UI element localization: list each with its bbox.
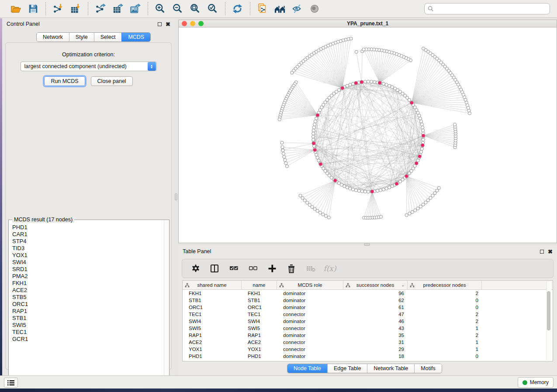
table-cell-predecessor-nodes[interactable]: 2 <box>408 291 482 296</box>
table-cell-successor-nodes[interactable]: 35 <box>343 333 408 338</box>
close-panel-button[interactable]: Close panel <box>91 76 133 86</box>
tab-edge-table[interactable]: Edge Table <box>327 364 367 373</box>
table-row[interactable]: PHD1PHD1dominator180 <box>183 353 553 360</box>
show-all-button[interactable] <box>308 2 322 15</box>
table-cell-name[interactable]: YOX1 <box>242 347 277 352</box>
open-button[interactable] <box>9 2 23 15</box>
export-image-button[interactable] <box>128 2 142 15</box>
table-row[interactable]: RAP1RAP1dominator352 <box>183 332 553 339</box>
table-row[interactable]: FKH1FKH1dominator962 <box>183 290 553 297</box>
table-cell-shared-name[interactable]: SWI4 <box>183 319 242 324</box>
tab-network[interactable]: Network <box>37 33 69 41</box>
table-row[interactable]: SWI4SWI4dominator462 <box>183 318 553 325</box>
table-cell-shared-name[interactable]: ACE2 <box>183 340 242 345</box>
mcds-result-scrollbar[interactable] <box>164 220 169 381</box>
table-cell-name[interactable]: RAP1 <box>242 333 277 338</box>
tab-network-table[interactable]: Network Table <box>367 364 414 373</box>
table-cell-predecessor-nodes[interactable]: 2 <box>408 319 482 324</box>
select-all-button[interactable] <box>228 262 240 275</box>
import-table-button[interactable] <box>69 2 83 15</box>
table-cell-shared-name[interactable]: STB1 <box>183 298 242 303</box>
mcds-result-item[interactable]: STB5 <box>12 294 164 301</box>
tab-node-table[interactable]: Node Table <box>287 364 327 373</box>
mcds-result-item[interactable]: SWI5 <box>12 322 164 329</box>
table-cell-name[interactable]: PHD1 <box>242 354 277 359</box>
table-cell-shared-name[interactable]: SWI5 <box>183 326 242 331</box>
table-cell-successor-nodes[interactable]: 46 <box>343 319 408 324</box>
network-window-titlebar[interactable]: YPA_prune.txt_1 <box>179 20 557 28</box>
search-box[interactable] <box>424 3 550 14</box>
zoom-in-button[interactable] <box>153 2 167 15</box>
table-cell-successor-nodes[interactable]: 31 <box>343 340 408 345</box>
add-row-button[interactable] <box>266 262 278 275</box>
table-cell-successor-nodes[interactable]: 62 <box>343 298 408 303</box>
table-cell-name[interactable]: SWI5 <box>242 326 277 331</box>
tab-style[interactable]: Style <box>69 33 94 41</box>
table-cell-shared-name[interactable]: PHD1 <box>183 354 242 359</box>
table-cell-successor-nodes[interactable]: 29 <box>343 347 408 352</box>
table-cell-predecessor-nodes[interactable]: 2 <box>408 333 482 338</box>
table-cell-shared-name[interactable]: YOX1 <box>183 347 242 352</box>
column-header-shared-name[interactable]: shared name <box>183 281 242 289</box>
network-canvas[interactable] <box>179 28 557 243</box>
network-analyzer-button[interactable] <box>273 2 287 15</box>
run-mcds-button[interactable]: Run MCDS <box>44 76 85 86</box>
new-network-from-selection-button[interactable] <box>256 2 270 15</box>
column-header-successor-nodes[interactable]: successor nodes⌄ <box>343 281 408 289</box>
table-cell-MCDS-role[interactable]: dominator <box>277 319 343 324</box>
table-cell-MCDS-role[interactable]: connector <box>277 347 343 352</box>
table-cell-shared-name[interactable]: ORC1 <box>183 305 242 310</box>
table-cell-name[interactable]: ACE2 <box>242 340 277 345</box>
table-cell-successor-nodes[interactable]: 47 <box>343 312 408 317</box>
mcds-result-item[interactable]: CAR1 <box>12 231 164 238</box>
table-cell-successor-nodes[interactable]: 18 <box>343 354 408 359</box>
table-cell-shared-name[interactable]: TEC1 <box>183 312 242 317</box>
table-cell-MCDS-role[interactable]: dominator <box>277 354 343 359</box>
settings-button[interactable] <box>189 262 201 275</box>
mcds-result-item[interactable]: SRD1 <box>12 266 164 273</box>
mcds-result-list[interactable]: PHD1CAR1STP4TID3YOX1SWI4SRD1PMA2FKH1ACE2… <box>9 221 164 381</box>
table-cell-MCDS-role[interactable]: connector <box>277 326 343 331</box>
delete-row-button[interactable] <box>285 262 298 275</box>
import-network-button[interactable] <box>51 2 65 15</box>
table-cell-predecessor-nodes[interactable]: 2 <box>408 312 482 317</box>
export-table-button[interactable] <box>111 2 125 15</box>
float-panel-icon[interactable] <box>158 22 162 26</box>
table-cell-name[interactable]: ORC1 <box>242 305 277 310</box>
table-cell-MCDS-role[interactable]: dominator <box>277 333 343 338</box>
zoom-selected-button[interactable] <box>206 2 220 15</box>
refresh-button[interactable] <box>231 2 245 15</box>
column-header-MCDS-role[interactable]: MCDS role <box>277 281 343 289</box>
table-cell-name[interactable]: FKH1 <box>242 291 277 296</box>
table-cell-MCDS-role[interactable]: dominator <box>277 298 343 303</box>
mcds-result-item[interactable]: FKH1 <box>12 280 164 287</box>
table-cell-predecessor-nodes[interactable]: 0 <box>408 298 482 303</box>
search-input[interactable] <box>434 6 547 12</box>
mcds-result-item[interactable]: GCR1 <box>12 336 164 343</box>
table-cell-predecessor-nodes[interactable]: 1 <box>408 340 482 345</box>
table-cell-predecessor-nodes[interactable]: 0 <box>408 354 482 359</box>
table-cell-name[interactable]: TEC1 <box>242 312 277 317</box>
clear-table-button[interactable] <box>304 262 317 275</box>
mcds-result-item[interactable]: ORC1 <box>12 301 164 308</box>
vertical-splitter-grip[interactable] <box>175 193 177 200</box>
mcds-result-item[interactable]: SWI4 <box>12 259 164 266</box>
mcds-result-item[interactable]: STP4 <box>12 238 164 245</box>
columns-button[interactable] <box>208 262 221 275</box>
mcds-result-item[interactable]: TEC1 <box>12 329 164 336</box>
tab-mcds[interactable]: MCDS <box>121 33 150 41</box>
table-row[interactable]: ORC1ORC1dominator610 <box>183 304 553 311</box>
table-cell-MCDS-role[interactable]: connector <box>277 340 343 345</box>
mcds-result-item[interactable]: YOX1 <box>12 252 164 259</box>
memory-button[interactable]: Memory <box>518 377 554 388</box>
table-cell-successor-nodes[interactable]: 96 <box>343 291 408 296</box>
table-cell-predecessor-nodes[interactable]: 1 <box>408 347 482 352</box>
table-row[interactable]: STB1STB1dominator620 <box>183 297 553 304</box>
mcds-result-item[interactable]: ACE2 <box>12 287 164 294</box>
table-cell-MCDS-role[interactable]: connector <box>277 312 343 317</box>
network-nodes[interactable] <box>278 37 471 220</box>
optimization-criterion-select[interactable]: largest connected component (undirected)… <box>21 62 157 71</box>
table-cell-MCDS-role[interactable]: dominator <box>277 291 343 296</box>
mcds-result-item[interactable]: PMA2 <box>12 273 164 280</box>
table-cell-name[interactable]: SWI4 <box>242 319 277 324</box>
